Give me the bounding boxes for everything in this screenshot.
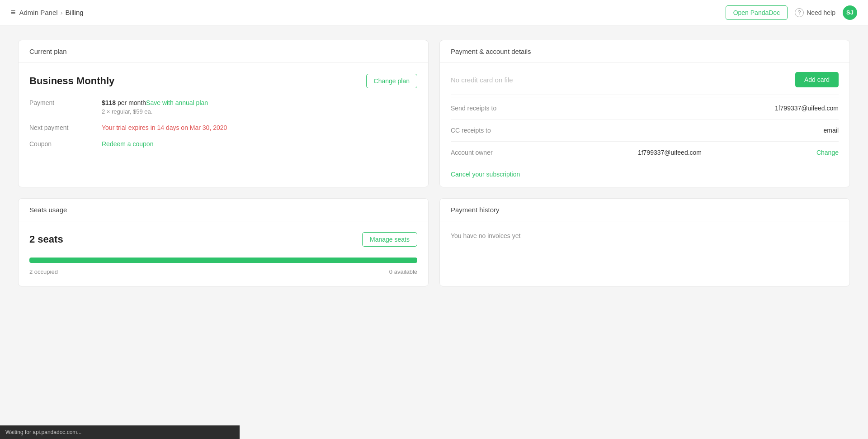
account-owner-value: 1f799337@uifeed.com (638, 149, 702, 156)
current-plan-body: Business Monthly Change plan Payment $11… (19, 63, 428, 158)
payment-history-body: You have no invoices yet (440, 221, 849, 250)
plan-details: Payment $118 per month Save with annual … (29, 99, 417, 148)
avatar[interactable]: SJ (843, 5, 857, 20)
no-card-row: No credit card on file Add card (451, 72, 839, 95)
account-owner-label: Account owner (451, 149, 523, 156)
seats-stats: 2 occupied 0 available (29, 268, 417, 275)
help-icon: ? (795, 8, 804, 17)
progress-bar-fill (29, 258, 417, 263)
change-plan-button[interactable]: Change plan (366, 74, 417, 88)
current-plan-card: Current plan Business Monthly Change pla… (18, 40, 429, 187)
seats-usage-card: Seats usage 2 seats Manage seats 2 occup… (18, 198, 429, 286)
need-help-button[interactable]: ? Need help (795, 8, 835, 17)
payment-account-body: No credit card on file Add card Send rec… (440, 63, 849, 187)
current-plan-header: Current plan (19, 40, 428, 63)
payment-amount-bold: $118 (102, 99, 116, 106)
hamburger-icon[interactable]: ≡ (11, 8, 16, 17)
next-payment-label: Next payment (29, 124, 102, 131)
breadcrumb-separator: › (61, 9, 63, 16)
plan-name-text: Business Monthly (29, 75, 114, 87)
header-left: ≡ Admin Panel › Billing (11, 8, 84, 17)
need-help-label: Need help (807, 9, 835, 16)
occupied-label: 2 occupied (29, 268, 58, 275)
seats-count-text: 2 seats (29, 234, 63, 245)
cancel-subscription-row: Cancel your subscription (451, 163, 839, 178)
manage-seats-button[interactable]: Manage seats (362, 232, 417, 247)
send-receipts-row: Send receipts to 1f799337@uifeed.com (451, 97, 839, 119)
progress-bar-container (29, 258, 417, 263)
payment-sub-text: 2 × regular, $59 ea. (102, 108, 208, 115)
trial-expires-text: Your trial expires in 14 days on Mar 30,… (102, 124, 227, 131)
cancel-subscription-link[interactable]: Cancel your subscription (451, 171, 520, 178)
breadcrumb-current: Billing (66, 9, 84, 16)
cc-receipts-label: CC receipts to (451, 127, 523, 134)
no-card-text: No credit card on file (451, 76, 513, 84)
payment-label: Payment (29, 99, 102, 106)
seats-usage-header: Seats usage (19, 199, 428, 221)
redeem-coupon-link[interactable]: Redeem a coupon (102, 140, 153, 148)
cc-receipts-row: CC receipts to email (451, 119, 839, 141)
open-pandadoc-button[interactable]: Open PandaDoc (726, 5, 788, 20)
seats-usage-body: 2 seats Manage seats 2 occupied 0 availa… (19, 221, 428, 286)
breadcrumb: Admin Panel › Billing (19, 9, 84, 16)
add-card-button[interactable]: Add card (795, 72, 839, 87)
header-right: Open PandaDoc ? Need help SJ (726, 5, 857, 20)
cc-receipts-value: email (824, 127, 839, 134)
change-owner-link[interactable]: Change (816, 149, 839, 156)
plan-name-row: Business Monthly Change plan (29, 74, 417, 88)
payment-period: per month (116, 99, 146, 106)
send-receipts-label: Send receipts to (451, 105, 523, 112)
payment-history-card: Payment history You have no invoices yet (439, 198, 850, 286)
next-payment-row: Next payment Your trial expires in 14 da… (29, 124, 417, 131)
payment-account-header: Payment & account details (440, 40, 849, 63)
breadcrumb-app: Admin Panel (19, 9, 58, 16)
main-content: Current plan Business Monthly Change pla… (0, 25, 868, 301)
payment-row: Payment $118 per month Save with annual … (29, 99, 417, 115)
seats-header-row: 2 seats Manage seats (29, 232, 417, 247)
available-label: 0 available (389, 268, 417, 275)
no-invoices-text: You have no invoices yet (451, 232, 520, 239)
coupon-row: Coupon Redeem a coupon (29, 140, 417, 148)
account-owner-row: Account owner 1f799337@uifeed.com Change (451, 141, 839, 163)
payment-amount-col: $118 per month Save with annual plan 2 ×… (102, 99, 208, 115)
payment-top: $118 per month Save with annual plan (102, 99, 208, 106)
payment-history-header: Payment history (440, 199, 849, 221)
payment-account-card: Payment & account details No credit card… (439, 40, 850, 187)
send-receipts-value: 1f799337@uifeed.com (775, 105, 839, 112)
header: ≡ Admin Panel › Billing Open PandaDoc ? … (0, 0, 868, 25)
payment-value: $118 per month (102, 99, 146, 106)
save-annual-link[interactable]: Save with annual plan (146, 99, 208, 106)
coupon-label: Coupon (29, 140, 102, 148)
